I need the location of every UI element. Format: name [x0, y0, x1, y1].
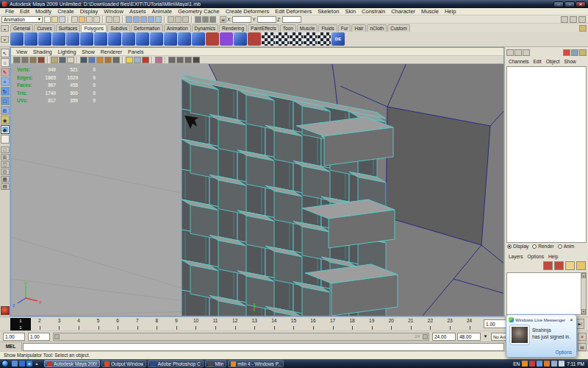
bookmark-icon[interactable]: [37, 57, 45, 63]
menu-constrain[interactable]: Constrain: [359, 8, 388, 15]
menu-geometry-cache[interactable]: Geometry Cache: [175, 8, 223, 15]
camera-attributes-icon[interactable]: [29, 57, 37, 63]
scene-canvas[interactable]: y x z: [11, 64, 503, 316]
safe-action-icon[interactable]: [193, 57, 200, 63]
menu-skeleton[interactable]: Skeleton: [315, 8, 342, 15]
extrude-icon[interactable]: [206, 32, 219, 46]
maximize-button[interactable]: ▫: [564, 1, 575, 7]
menu-create-deformers[interactable]: Create Deformers: [223, 8, 273, 15]
use-default-material-icon[interactable]: [104, 57, 112, 63]
channel-box-menu-show[interactable]: Show: [562, 59, 578, 64]
universal-manipulator-tool[interactable]: ⊞: [1, 106, 10, 115]
move-tool[interactable]: +: [1, 77, 10, 86]
viewport-menu-show[interactable]: Show: [79, 49, 98, 54]
smooth-icon[interactable]: [178, 32, 191, 46]
shadows-icon[interactable]: [134, 57, 141, 63]
frame-9[interactable]: 9: [167, 318, 187, 325]
shelf-tab-polygons[interactable]: Polygons: [81, 24, 107, 32]
lock-camera-icon[interactable]: [21, 57, 29, 63]
layer-menu-options[interactable]: Options: [526, 254, 546, 259]
options-link[interactable]: Options: [556, 350, 572, 355]
menu-edit-deformers[interactable]: Edit Deformers: [272, 8, 315, 15]
shelf-tab-dynamics[interactable]: Dynamics: [192, 24, 219, 32]
shelf-tab-curves[interactable]: Curves: [34, 24, 55, 32]
viewport-menu-view[interactable]: View: [13, 49, 30, 54]
outliner-persp-layout[interactable]: ▤: [1, 183, 10, 190]
volume-tray-icon[interactable]: [559, 361, 564, 367]
input-connections-icon[interactable]: [168, 16, 174, 23]
taskbar-button-adobe-photoshop-c[interactable]: Adobe Photoshop C...: [148, 360, 204, 367]
shelf-editor-icon[interactable]: [579, 25, 587, 32]
lock-selection-icon[interactable]: [106, 16, 112, 23]
playback-end-field[interactable]: [432, 333, 456, 341]
construction-history-icon[interactable]: [182, 16, 189, 23]
last-tool-used[interactable]: [1, 135, 10, 144]
menu-create[interactable]: Create: [54, 8, 77, 15]
range-slider[interactable]: 24: [53, 333, 429, 341]
cylindrical-mapping-icon[interactable]: [276, 32, 289, 46]
channel-box-list[interactable]: [506, 66, 587, 243]
frame-20[interactable]: 20: [381, 318, 401, 325]
menu-modify[interactable]: Modify: [32, 8, 54, 15]
viewport-menu-renderer[interactable]: Renderer: [98, 49, 125, 54]
scale-tool[interactable]: □: [1, 96, 10, 105]
shelf-tab-animation[interactable]: Animation: [164, 24, 191, 32]
sort-layers-up-button[interactable]: [543, 261, 553, 270]
two-d-pan-zoom-icon[interactable]: [59, 57, 66, 63]
show-tool-settings-icon[interactable]: [570, 16, 577, 23]
taskbar-button-output-window[interactable]: Output Window: [101, 360, 146, 367]
select-asset-icon[interactable]: [93, 16, 100, 23]
field-chart-icon[interactable]: [168, 57, 176, 63]
three-pane-split-layout[interactable]: ▦: [1, 176, 10, 183]
viewport-menu-lighting[interactable]: Lighting: [55, 49, 79, 54]
shelf-tab-arrow[interactable]: ▴: [1, 25, 9, 32]
render-current-frame-icon[interactable]: [195, 16, 201, 23]
mirror-geometry-icon[interactable]: [248, 32, 261, 46]
viewport-menu-shading[interactable]: Shading: [30, 49, 55, 54]
resolution-gate-icon[interactable]: [176, 57, 184, 63]
show-attribute-editor-icon[interactable]: [561, 16, 568, 23]
shelf-tab-subdivs[interactable]: Subdivs: [107, 24, 130, 32]
frame-12[interactable]: 12: [225, 318, 245, 325]
poly-platonic-icon[interactable]: [164, 32, 177, 46]
frame-4[interactable]: 4: [69, 318, 89, 325]
channel-box-menu-edit[interactable]: Edit: [531, 59, 543, 64]
poly-helix-icon[interactable]: [136, 32, 149, 46]
poly-pipe-icon[interactable]: [122, 32, 135, 46]
taskbar-button-mlin-4-windows-p[interactable]: mlin 4 - Windows P...: [228, 360, 284, 367]
animation-start-field[interactable]: [3, 333, 25, 341]
taskbar-button-mlin[interactable]: Mlin: [205, 360, 226, 367]
paint-select-tool[interactable]: ✎: [1, 68, 10, 77]
time-slider[interactable]: 123456789101112131415161718192021222324 …: [0, 316, 588, 330]
frame-17[interactable]: 17: [323, 318, 343, 325]
poly-plane-icon[interactable]: [66, 32, 79, 46]
coord-input-z[interactable]: [282, 16, 301, 23]
select-component-icon[interactable]: [86, 16, 93, 23]
channel-box-menu-object[interactable]: Object: [544, 59, 562, 64]
current-time-field[interactable]: [484, 319, 506, 328]
media-player-icon[interactable]: [19, 361, 25, 367]
shelf-tab-fluids[interactable]: Fluids: [318, 24, 337, 32]
viewport-3d-scene[interactable]: y x z Verts:9495210Edges:186510290Faces:…: [11, 64, 503, 316]
channel-colors-icon[interactable]: [563, 49, 570, 56]
taskbar-button-autodesk-maya-2009[interactable]: Autodesk Maya 2009...: [44, 360, 100, 367]
wireframe-icon[interactable]: [80, 57, 87, 63]
menu-window[interactable]: Window: [101, 8, 126, 15]
planar-mapping-icon[interactable]: [262, 32, 275, 46]
display-toggle-icon[interactable]: [571, 49, 578, 56]
lasso-select-tool[interactable]: ○: [1, 58, 10, 67]
create-layer-from-selected-button[interactable]: [576, 261, 586, 270]
frame-11[interactable]: 11: [206, 318, 226, 325]
sculpt-geometry-icon[interactable]: [234, 32, 247, 46]
smooth-shade-icon[interactable]: [88, 57, 96, 63]
media-tray-icon[interactable]: [544, 361, 550, 367]
layer-list[interactable]: ▲ ▼: [506, 272, 587, 315]
ipr-render-icon[interactable]: [202, 16, 209, 23]
shelf-tab-ncloth[interactable]: nCloth: [367, 24, 387, 32]
spherical-mapping-icon[interactable]: [290, 32, 303, 46]
channel-box-menu-channels[interactable]: Channels: [506, 59, 531, 64]
range-start-handle[interactable]: [54, 334, 60, 339]
image-plane-icon[interactable]: [51, 57, 58, 63]
select-camera-icon[interactable]: [13, 57, 21, 63]
poly-sphere-icon[interactable]: [10, 32, 24, 46]
